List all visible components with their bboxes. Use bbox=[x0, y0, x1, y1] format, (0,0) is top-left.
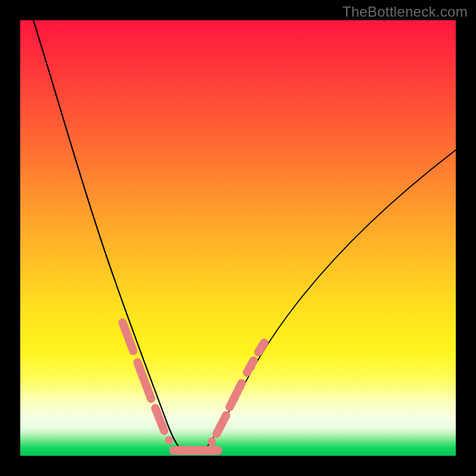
plot-area bbox=[20, 20, 456, 456]
chart-frame: TheBottleneck.com bbox=[0, 0, 476, 476]
highlight-left-2 bbox=[137, 362, 151, 399]
curve-left bbox=[33, 20, 184, 453]
highlight-right-dot-1 bbox=[208, 437, 216, 446]
highlight-right-dot-2 bbox=[230, 394, 239, 402]
highlight-right-4 bbox=[258, 343, 264, 352]
highlight-right-dot-3 bbox=[247, 362, 255, 371]
watermark-text: TheBottleneck.com bbox=[342, 4, 468, 20]
highlight-left-dot bbox=[165, 436, 173, 444]
curve-layer bbox=[20, 20, 456, 456]
highlight-right-1 bbox=[217, 415, 226, 434]
curve-right bbox=[202, 150, 456, 453]
